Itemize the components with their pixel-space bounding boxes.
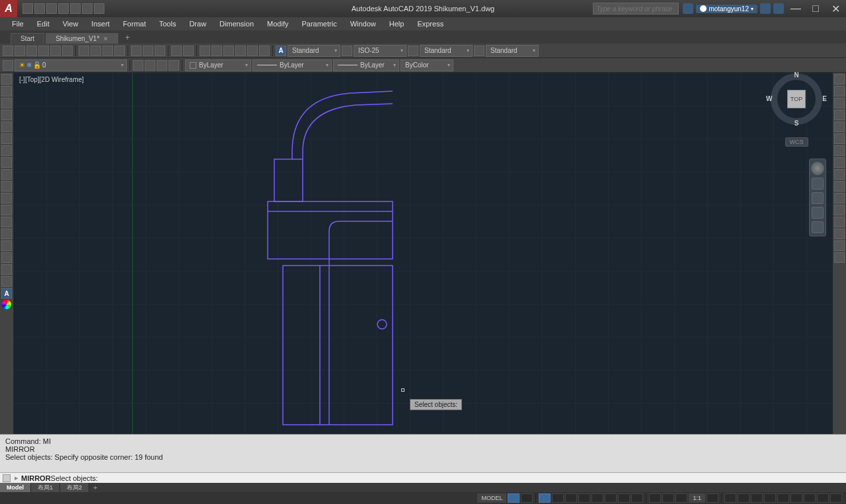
menu-help[interactable]: Help: [383, 18, 411, 29]
addselected-button[interactable]: [2, 300, 11, 309]
menu-edit[interactable]: Edit: [30, 18, 56, 29]
hardware-accel-button[interactable]: [804, 493, 816, 503]
markup-button[interactable]: [247, 46, 258, 56]
layer-props-button[interactable]: [3, 60, 13, 71]
rotate-button[interactable]: [834, 145, 845, 156]
tab-start[interactable]: Start: [11, 33, 44, 44]
exchange-apps-icon[interactable]: [760, 3, 771, 14]
lineweight-toggle[interactable]: [649, 493, 661, 503]
steering-wheel-button[interactable]: [811, 162, 824, 175]
tab-add-layout[interactable]: +: [89, 484, 101, 491]
menu-file[interactable]: File: [5, 18, 30, 29]
infer-constraints-toggle[interactable]: [539, 493, 551, 503]
quickprops-toggle[interactable]: [764, 493, 776, 503]
wcs-label[interactable]: WCS: [785, 137, 808, 147]
layer-freeze-button[interactable]: [169, 60, 179, 71]
menu-insert[interactable]: Insert: [85, 18, 116, 29]
erase-button[interactable]: [834, 74, 845, 85]
stretch-button[interactable]: [834, 169, 845, 180]
block-editor-button[interactable]: [131, 46, 141, 56]
polygon-button[interactable]: [1, 110, 12, 120]
cleanscreen-button[interactable]: [817, 493, 829, 503]
text-style-dropdown[interactable]: Standard: [288, 45, 340, 57]
workspace-switch-button[interactable]: [724, 493, 736, 503]
polyline-button[interactable]: [1, 98, 12, 108]
ellipse-button[interactable]: [1, 181, 12, 192]
dynamic-input-toggle[interactable]: [552, 493, 564, 503]
user-account-button[interactable]: motangyun12▾: [696, 5, 757, 13]
grid-toggle[interactable]: [508, 493, 519, 503]
model-paper-toggle[interactable]: MODEL: [477, 493, 506, 503]
revcloud-button[interactable]: [1, 157, 12, 168]
minimize-button[interactable]: —: [788, 3, 804, 15]
menu-modify[interactable]: Modify: [260, 18, 295, 29]
stay-connected-icon[interactable]: [773, 3, 784, 14]
point-button[interactable]: [1, 229, 12, 239]
mtext-button[interactable]: A: [1, 288, 12, 299]
hatch-button[interactable]: [1, 240, 12, 251]
cmd-toggle-icon[interactable]: [3, 474, 11, 482]
sheetset-button[interactable]: [212, 46, 222, 56]
qnew-button[interactable]: [22, 3, 33, 14]
linetype-dropdown[interactable]: ByLayer: [252, 59, 332, 71]
array-button[interactable]: [834, 122, 845, 132]
mirror-button[interactable]: [834, 98, 845, 108]
3dosnap-toggle[interactable]: [618, 493, 630, 503]
lockui-button[interactable]: [777, 493, 789, 503]
close-button[interactable]: ✕: [827, 3, 843, 15]
redo-button[interactable]: [94, 3, 104, 14]
dim-style-button[interactable]: [342, 46, 352, 56]
extend-button[interactable]: [834, 193, 845, 203]
command-input[interactable]: ▸ MIRROR Select objects:: [0, 472, 846, 483]
menu-window[interactable]: Window: [344, 18, 383, 29]
otrack-toggle[interactable]: [631, 493, 643, 503]
zoom-button[interactable]: [183, 46, 194, 56]
color-dropdown[interactable]: ByLayer: [185, 59, 251, 71]
redo-button-2[interactable]: [155, 46, 165, 56]
open-button-2[interactable]: [15, 46, 25, 56]
xline-button[interactable]: [1, 86, 12, 96]
orbit-nav-button[interactable]: [812, 207, 824, 219]
copy-button[interactable]: [91, 46, 101, 56]
ellipse-arc-button[interactable]: [1, 193, 12, 203]
menu-parametric[interactable]: Parametric: [295, 18, 343, 29]
insert-block-button[interactable]: [1, 205, 12, 215]
ortho-toggle[interactable]: [565, 493, 577, 503]
selection-cycling-toggle[interactable]: [675, 493, 687, 503]
infocenter-search[interactable]: [593, 3, 679, 15]
paste-button[interactable]: [102, 46, 113, 56]
mleader-style-button[interactable]: [474, 46, 484, 56]
new-button[interactable]: [3, 46, 13, 56]
preview-button[interactable]: [50, 46, 61, 56]
table-style-button[interactable]: [408, 46, 418, 56]
publish-button[interactable]: [62, 46, 73, 56]
spline-button[interactable]: [1, 169, 12, 180]
make-block-button[interactable]: [1, 217, 12, 227]
toolpalette-button[interactable]: [223, 46, 234, 56]
plotstyle-dropdown[interactable]: ByColor: [401, 59, 453, 71]
tab-layout1[interactable]: 布局1: [31, 483, 60, 492]
fillet-button[interactable]: [834, 240, 845, 251]
open-button[interactable]: [34, 3, 45, 14]
explode-button[interactable]: [834, 252, 845, 263]
pan-nav-button[interactable]: [812, 178, 824, 190]
circle-button[interactable]: [1, 145, 12, 156]
transparency-toggle[interactable]: [662, 493, 674, 503]
move-button[interactable]: [834, 133, 845, 144]
menu-format[interactable]: Format: [116, 18, 153, 29]
menu-view[interactable]: View: [56, 18, 85, 29]
annotation-monitor-button[interactable]: [738, 493, 750, 503]
compass-n[interactable]: N: [794, 71, 798, 79]
arc-button[interactable]: [1, 133, 12, 144]
table-button[interactable]: [1, 276, 12, 287]
compass-s[interactable]: S: [794, 120, 799, 127]
tab-model[interactable]: Model: [0, 483, 31, 492]
compass-w[interactable]: W: [766, 95, 772, 102]
signin-star-icon[interactable]: [683, 3, 693, 14]
properties-button[interactable]: [200, 46, 210, 56]
maximize-button[interactable]: □: [808, 3, 824, 15]
layer-states-button[interactable]: [133, 60, 143, 71]
join-button[interactable]: [834, 217, 845, 227]
customize-statusbar-button[interactable]: [830, 493, 842, 503]
showmotion-button[interactable]: [812, 221, 824, 233]
